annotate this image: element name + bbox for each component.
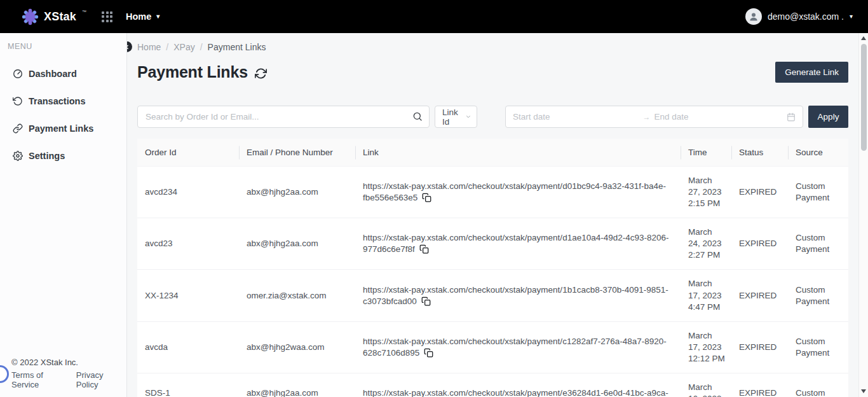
table-row: avcd234 abx@hjhg2aa.com https://xstak-pa… [137, 167, 848, 218]
copy-link-icon[interactable] [422, 193, 431, 202]
workspace-menu[interactable]: Home ▾ [126, 11, 159, 22]
chevron-down-icon [465, 113, 471, 120]
refresh-icon [255, 67, 267, 80]
time-date: March 16, 2023 [688, 382, 722, 397]
cell-link: https://xstak-pay.xstak.com/checkout/xst… [355, 218, 681, 270]
start-date-input[interactable] [513, 112, 642, 122]
table-body: avcd234 abx@hjhg2aa.com https://xstak-pa… [137, 167, 848, 397]
table-row: SDS-1 abx@hjhg2aa.com https://xstak-pay.… [137, 373, 848, 397]
cell-link: https://xstak-pay.xstak.com/checkout/xst… [355, 270, 681, 321]
cell-time: March 17, 2023 12:12 PM [681, 321, 731, 373]
xstak-logo-icon [22, 8, 39, 25]
breadcrumb-xpay[interactable]: XPay [173, 42, 194, 52]
link-type-value: Link Id [442, 108, 465, 127]
scrollbar-down-icon[interactable] [861, 389, 866, 393]
cell-status: EXPIRED [731, 218, 788, 270]
sidebar-item-transactions[interactable]: Transactions [0, 92, 126, 110]
terms-of-service-link[interactable]: Terms of Service [11, 370, 72, 389]
cell-source: Custom Payment [788, 167, 848, 218]
breadcrumb-separator: / [166, 42, 168, 52]
table-header-row: Order Id Email / Phone Number Link Time … [137, 139, 848, 167]
col-email-phone: Email / Phone Number [239, 139, 355, 167]
gauge-icon [13, 69, 23, 79]
user-menu[interactable]: demo@xstak.com . ▾ [745, 8, 853, 25]
gear-icon [13, 151, 23, 161]
cell-source: Custom Payment [788, 218, 848, 270]
app-launcher-icon[interactable] [102, 11, 112, 22]
cell-source: Custom [788, 373, 848, 397]
privacy-policy-link[interactable]: Privacy Policy [76, 370, 126, 389]
page-title: Payment Links [137, 63, 248, 81]
time-clock: 4:47 PM [688, 302, 724, 313]
time-date: March 17, 2023 [688, 279, 722, 300]
copy-link-icon[interactable] [424, 348, 433, 358]
transactions-icon [13, 96, 23, 106]
cell-email: abx@hjhg2aa.com [239, 218, 355, 270]
cell-email: abx@hjhg2waa.com [239, 321, 355, 373]
cell-time: March 16, 2023 [681, 373, 731, 397]
cell-link: https://xstak-pay.xstak.com/checkout/xst… [355, 373, 681, 397]
cell-time: March 24, 2023 2:27 PM [681, 218, 731, 270]
link-icon [13, 123, 23, 134]
breadcrumb-separator: / [200, 42, 203, 52]
refresh-button[interactable] [255, 67, 267, 80]
scrollbar-thumb[interactable] [861, 44, 867, 151]
sidebar: MENU Dashboard Transactions Payment Link… [0, 33, 127, 397]
search-input[interactable] [137, 106, 430, 128]
cell-time: March 27, 2023 2:15 PM [681, 167, 731, 218]
time-clock: 2:15 PM [688, 198, 724, 209]
date-range-picker[interactable]: → [505, 106, 803, 128]
apply-button[interactable]: Apply [808, 106, 848, 128]
breadcrumb-current: Payment Links [208, 42, 266, 52]
sidebar-item-dashboard[interactable]: Dashboard [0, 65, 126, 83]
sidebar-item-label: Settings [29, 151, 65, 161]
brand: XStak ™ [22, 8, 86, 25]
cell-order-id: avcd234 [137, 167, 239, 218]
cell-order-id: avcd23 [137, 218, 239, 270]
menu-heading: MENU [8, 42, 126, 51]
avatar [745, 8, 762, 25]
link-type-select[interactable]: Link Id [435, 106, 477, 128]
cell-source: Custom Payment [788, 270, 848, 321]
generate-link-button[interactable]: Generate Link [775, 62, 848, 83]
copy-link-icon[interactable] [419, 244, 429, 254]
end-date-input[interactable] [654, 112, 783, 122]
cell-order-id: XX-1234 [137, 270, 239, 321]
main-content: Home / XPay / Payment Links Payment Link… [127, 33, 868, 397]
time-date: March 17, 2023 [688, 331, 722, 352]
caret-down-icon: ▾ [156, 13, 159, 20]
cell-status: EXPIRED [731, 270, 788, 321]
col-time: Time [681, 139, 731, 167]
time-clock: 12:12 PM [688, 353, 724, 365]
sidebar-item-settings[interactable]: Settings [0, 147, 126, 165]
top-navbar: XStak ™ Home ▾ demo@xstak.com . ▾ [0, 0, 868, 33]
workspace-label: Home [126, 11, 151, 22]
brand-name: XStak [44, 8, 76, 25]
sidebar-item-label: Transactions [29, 96, 85, 106]
col-order-id: Order Id [137, 139, 239, 167]
cell-email: omer.zia@xstak.com [239, 270, 355, 321]
table-row: avcd23 abx@hjhg2aa.com https://xstak-pay… [137, 218, 848, 270]
payment-link-text: https://xstak-pay.xstak.com/checkout/xst… [363, 285, 668, 306]
scrollbar-up-icon[interactable] [861, 36, 866, 40]
user-icon [748, 11, 759, 22]
cell-email: abx@hjhg2aa.com [239, 167, 355, 218]
calendar-icon[interactable] [787, 113, 796, 122]
breadcrumb-home[interactable]: Home [137, 42, 161, 52]
cell-status: EXPIRED [731, 373, 788, 397]
sidebar-item-label: Dashboard [29, 69, 77, 79]
copy-link-icon[interactable] [421, 296, 431, 306]
cell-time: March 17, 2023 4:47 PM [681, 270, 731, 321]
caret-down-icon: ▾ [850, 13, 853, 20]
payment-links-table: Order Id Email / Phone Number Link Time … [137, 139, 848, 397]
time-clock: 2:27 PM [688, 249, 724, 261]
cell-order-id: SDS-1 [137, 373, 239, 397]
col-status: Status [731, 139, 788, 167]
page-scrollbar[interactable] [858, 33, 868, 397]
sidebar-item-label: Payment Links [29, 123, 93, 134]
cell-link: https://xstak-pay.xstak.com/checkout/xst… [355, 167, 681, 218]
col-source: Source [788, 139, 848, 167]
sidebar-item-payment-links[interactable]: Payment Links [0, 120, 126, 137]
payment-link-text: https://xstak-pay.xstak.com/checkout/xst… [363, 388, 668, 397]
search-icon[interactable] [412, 111, 423, 122]
